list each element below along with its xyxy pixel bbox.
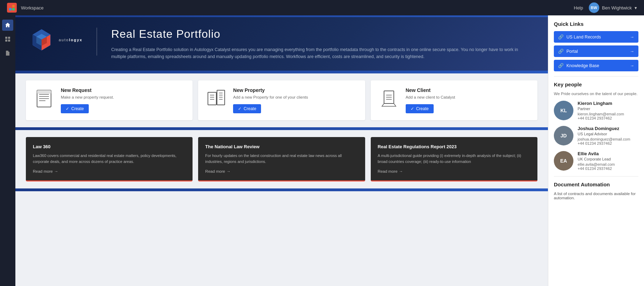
svg-rect-6 (5, 40, 7, 42)
section-accent-bar-1 (15, 71, 548, 73)
person-role-1: US Legal Advisor (578, 132, 638, 136)
person-info-2: Ellie Avila UK Corporate Lead ellie.avil… (578, 151, 638, 171)
new-client-content: New Client Add a new client to Catalyst … (406, 87, 530, 113)
arrow-icon: → (399, 169, 403, 173)
quick-link-us-land-records[interactable]: 🔗 US Land Records → (554, 31, 638, 43)
right-sidebar: Quick Links 🔗 US Land Records → 🔗 Portal… (548, 15, 644, 286)
new-property-icon (205, 87, 227, 110)
news-read-more-1[interactable]: Read more → (205, 169, 358, 173)
svg-rect-5 (8, 37, 10, 39)
person-name-2: Ellie Avila (578, 151, 638, 156)
quick-link-knowledge-base[interactable]: 🔗 Knowledge Base → (554, 60, 638, 71)
brand-lower: auto (59, 38, 69, 42)
link-icon-1: 🔗 (558, 49, 564, 54)
user-chevron-icon: ▾ (635, 5, 637, 10)
quick-link-portal[interactable]: 🔗 Portal → (554, 45, 638, 57)
sidebar-home-icon[interactable] (2, 20, 13, 31)
person-info-1: Joshua Dominguez US Legal Advisor joshua… (578, 126, 638, 145)
new-request-title: New Request (61, 87, 186, 93)
person-email-1: joshua.dominguez@email.com (578, 137, 638, 141)
svg-rect-1 (12, 5, 15, 7)
user-name: Ben Wightwick (602, 5, 632, 10)
new-request-content: New Request Make a new property request.… (61, 87, 186, 113)
news-grid: Law 360 Law360 covers commercial and res… (26, 137, 537, 181)
hero-logo-area: autologyx (29, 28, 82, 52)
brand-name-area: autologyx (59, 38, 82, 42)
news-read-more-0[interactable]: Read more → (33, 169, 186, 173)
news-desc-2: A multi-jurisdictional guide providing (… (378, 153, 530, 164)
new-property-create-button[interactable]: ✓ Create (233, 104, 261, 113)
sidebar-grid-icon[interactable] (2, 34, 13, 45)
person-info-0: Kieron Lingham Partner kieron.lingham@em… (578, 101, 638, 120)
new-client-icon (378, 87, 400, 110)
left-sidebar (0, 15, 15, 286)
link-icon-0: 🔗 (558, 34, 564, 40)
key-people-description: We Pride ourselves on the talent of our … (554, 92, 638, 96)
top-navigation: Workspace Help BW Ben Wightwick ▾ (0, 0, 644, 15)
new-property-title: New Property (233, 87, 358, 93)
user-avatar: BW (589, 2, 599, 13)
divider-1 (554, 76, 638, 77)
arrow-icon: → (54, 169, 58, 173)
news-title-1: The National Law Review (205, 144, 358, 149)
new-client-create-button[interactable]: ✓ Create (406, 104, 434, 113)
news-desc-1: For hourly updates on the latest constru… (205, 153, 358, 164)
svg-rect-2 (9, 8, 12, 10)
arrow-icon: → (630, 35, 635, 40)
key-people-title: Key people (554, 81, 638, 87)
quick-links-section: Quick Links 🔗 US Land Records → 🔗 Portal… (554, 21, 638, 71)
person-phone-0: +44 01234 2937462 (578, 116, 638, 120)
document-automation-section: Document Automation A list of contracts … (554, 181, 638, 200)
hero-text-area: Real Estate Portfolio Creating a Real Es… (111, 28, 534, 60)
arrow-icon: → (226, 169, 231, 173)
news-card-2: Real Estate Regulations Report 2023 A mu… (371, 137, 537, 181)
news-read-more-2[interactable]: Read more → (378, 169, 530, 173)
sidebar-docs-icon[interactable] (2, 48, 13, 59)
new-request-icon (33, 87, 55, 110)
checkmark-icon: ✓ (66, 106, 69, 111)
autologyx-logo-icon (29, 28, 54, 52)
svg-rect-21 (208, 92, 216, 105)
svg-rect-20 (37, 90, 51, 94)
svg-rect-7 (8, 40, 10, 42)
arrow-icon: → (630, 63, 635, 68)
person-item-1: JD Joshua Dominguez US Legal Advisor jos… (554, 126, 638, 145)
help-link[interactable]: Help (574, 5, 583, 10)
hero-title: Real Estate Portfolio (111, 28, 534, 41)
divider-2 (554, 176, 638, 177)
user-menu[interactable]: BW Ben Wightwick ▾ (589, 2, 637, 13)
news-card-0: Law 360 Law360 covers commercial and res… (26, 137, 193, 181)
person-email-0: kieron.lingham@email.com (578, 112, 638, 116)
news-desc-0: Law360 covers commercial and residential… (33, 153, 186, 164)
new-request-create-button[interactable]: ✓ Create (61, 104, 89, 113)
new-client-desc: Add a new client to Catalyst (406, 95, 530, 99)
new-property-content: New Property Add a new Property for one … (233, 87, 358, 113)
workspace-label: Workspace (21, 5, 44, 10)
doc-auto-description: A list of contracts and documents availa… (554, 192, 638, 200)
person-phone-2: +44 01234 2937462 (578, 166, 638, 171)
new-property-desc: Add a new Property for one of your clien… (233, 95, 358, 99)
key-people-section: Key people We Pride ourselves on the tal… (554, 81, 638, 171)
arrow-icon: → (630, 49, 635, 54)
new-request-desc: Make a new property request. (61, 95, 186, 99)
new-property-card: New Property Add a new Property for one … (198, 80, 365, 120)
svg-rect-3 (12, 8, 15, 10)
action-cards-section: New Request Make a new property request.… (15, 73, 548, 127)
app-logo (7, 3, 17, 13)
new-client-card: New Client Add a new client to Catalyst … (371, 80, 537, 120)
doc-auto-title: Document Automation (554, 181, 638, 187)
person-avatar-2: EA (554, 151, 573, 171)
svg-rect-4 (5, 37, 7, 39)
svg-rect-22 (217, 90, 225, 105)
quick-links-title: Quick Links (554, 21, 638, 27)
news-title-2: Real Estate Regulations Report 2023 (378, 144, 530, 149)
person-avatar-0: KL (554, 101, 573, 120)
person-avatar-1: JD (554, 126, 573, 145)
checkmark-icon: ✓ (411, 106, 414, 111)
hero-banner: autologyx Real Estate Portfolio Creating… (15, 17, 548, 71)
new-client-title: New Client (406, 87, 530, 93)
svg-rect-0 (9, 5, 12, 7)
news-card-1: The National Law Review For hourly updat… (198, 137, 365, 181)
brand-upper: logyx (69, 38, 82, 42)
news-title-0: Law 360 (33, 144, 186, 149)
